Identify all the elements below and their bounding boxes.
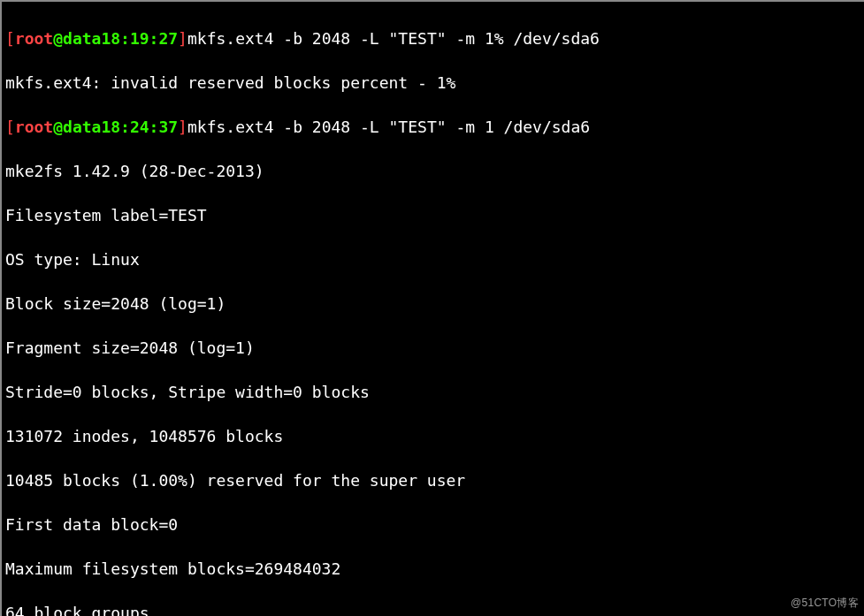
output-line: Maximum filesystem blocks=269484032: [5, 558, 862, 580]
prompt-user: root: [15, 118, 53, 136]
output-line: Stride=0 blocks, Stripe width=0 blocks: [5, 381, 862, 403]
output-line: OS type: Linux: [5, 248, 862, 270]
at-icon: @: [53, 118, 63, 136]
watermark: @51CTO博客: [791, 592, 859, 614]
command-text: mkfs.ext4 -b 2048 -L "TEST" -m 1 /dev/sd…: [187, 118, 590, 136]
output-line: 131072 inodes, 1048576 blocks: [5, 425, 862, 447]
output-line: 10485 blocks (1.00%) reserved for the su…: [5, 469, 862, 491]
prompt-line[interactable]: [root@data18:24:37]mkfs.ext4 -b 2048 -L …: [5, 116, 862, 138]
output-line: mkfs.ext4: invalid reserved blocks perce…: [5, 72, 862, 94]
output-line: 64 block groups: [5, 602, 862, 616]
output-line: Block size=2048 (log=1): [5, 293, 862, 315]
terminal[interactable]: [root@data18:19:27]mkfs.ext4 -b 2048 -L …: [2, 2, 864, 616]
output-line: Filesystem label=TEST: [5, 204, 862, 226]
prompt-host: data: [63, 118, 101, 136]
prompt-time: 18:19:27: [101, 29, 178, 48]
output-line: mke2fs 1.42.9 (28-Dec-2013): [5, 160, 862, 182]
bracket-icon: ]: [178, 118, 187, 136]
prompt-host: data: [63, 29, 101, 48]
prompt-line[interactable]: [root@data18:19:27]mkfs.ext4 -b 2048 -L …: [5, 27, 862, 49]
prompt-user: root: [15, 29, 53, 48]
output-line: First data block=0: [5, 513, 862, 536]
bracket-icon: ]: [178, 29, 187, 48]
bracket-icon: [: [5, 118, 15, 136]
prompt-time: 18:24:37: [101, 118, 178, 136]
at-icon: @: [53, 29, 63, 48]
bracket-icon: [: [5, 29, 15, 48]
output-line: Fragment size=2048 (log=1): [5, 337, 862, 359]
command-text: mkfs.ext4 -b 2048 -L "TEST" -m 1% /dev/s…: [187, 29, 600, 48]
